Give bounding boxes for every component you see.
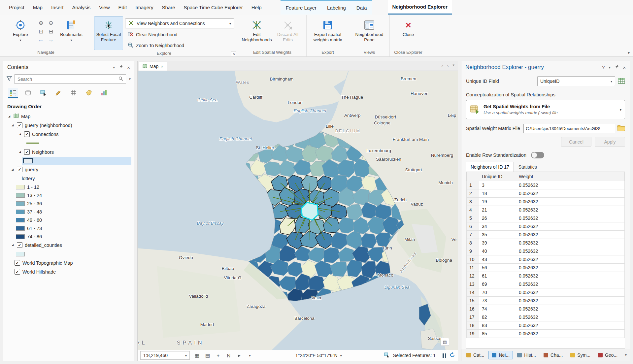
close-icon[interactable]: × <box>623 65 626 70</box>
cell-unique-id[interactable]: 74 <box>479 305 516 313</box>
row-number[interactable]: 19 <box>467 330 479 338</box>
table-row[interactable]: 19850.052632 <box>467 330 625 338</box>
row-number[interactable]: 13 <box>467 280 479 288</box>
layer-row-detailed-counties[interactable]: ◢ detailed_counties <box>3 241 134 249</box>
search-options-chevron-icon[interactable]: ▾ <box>129 77 131 81</box>
table-row[interactable]: 10430.052632 <box>467 255 625 264</box>
layer-checkbox[interactable] <box>15 260 20 266</box>
select-focal-feature-button[interactable]: Select Focal Feature <box>94 17 123 50</box>
list-by-editing-button[interactable] <box>53 88 63 98</box>
menu-tab-view[interactable]: View <box>95 0 114 15</box>
contextual-tab-feature-layer[interactable]: Feature Layer <box>281 1 322 15</box>
close-icon[interactable]: × <box>161 64 163 69</box>
cell-weight[interactable]: 0.052632 <box>516 305 555 313</box>
map-view-tab[interactable]: Map × <box>139 62 167 71</box>
cell-unique-id[interactable]: 69 <box>479 280 516 288</box>
table-row[interactable]: 18830.052632 <box>467 321 625 330</box>
dock-tab-nei[interactable]: Nei... <box>488 351 513 359</box>
search-icon[interactable] <box>118 76 123 82</box>
pointer-mode-icon[interactable]: ▸ <box>236 352 243 358</box>
cell-weight[interactable]: 0.052632 <box>516 321 555 330</box>
connections-symbol-row[interactable] <box>3 139 134 148</box>
table-row[interactable]: 8390.052632 <box>467 239 625 247</box>
row-number[interactable]: 6 <box>467 222 479 231</box>
cell-weight[interactable]: 0.052632 <box>516 222 555 231</box>
layer-row-map[interactable]: ◢ Map <box>3 112 134 121</box>
cell-unique-id[interactable]: 56 <box>479 264 516 272</box>
row-number[interactable]: 9 <box>467 247 479 255</box>
cell-weight[interactable]: 0.052632 <box>516 239 555 247</box>
layer-row-guerry[interactable]: ◢ guerry <box>3 165 134 174</box>
expander-icon[interactable]: ◢ <box>18 150 22 153</box>
unique-id-combo[interactable]: UniqueID ▾ <box>537 76 615 86</box>
dock-tab-sym[interactable]: Sym... <box>567 351 594 359</box>
legend-item[interactable]: 13 - 24 <box>3 191 134 199</box>
crosshair-icon[interactable]: + <box>215 353 221 358</box>
snapping-chevron-icon[interactable]: ▾ <box>247 353 253 358</box>
menu-tab-map[interactable]: Map <box>29 0 47 15</box>
cell-weight[interactable]: 0.052632 <box>516 288 555 297</box>
cell-weight[interactable]: 0.052632 <box>516 189 555 198</box>
chevron-down-icon[interactable]: ▾ <box>609 65 611 70</box>
layer-row-world-hillshade[interactable]: World Hillshade <box>3 267 134 276</box>
row-number[interactable]: 1 <box>467 181 479 189</box>
expander-icon[interactable]: ◢ <box>18 133 22 136</box>
layer-checkbox[interactable] <box>17 122 22 128</box>
map-overlay-button[interactable]: ▤ <box>441 338 449 346</box>
cell-unique-id[interactable]: 83 <box>479 321 516 330</box>
row-number[interactable]: 5 <box>467 214 479 222</box>
column-header-unique-id[interactable]: Unique ID <box>479 172 516 181</box>
attribute-table-icon[interactable]: ▤ <box>204 352 211 358</box>
spatial-weights-method-combo[interactable]: Get Spatial Weights from File Use a spat… <box>466 100 625 119</box>
clear-neighborhood-button[interactable]: Clear Neighborhood <box>125 30 234 39</box>
layer-checkbox[interactable] <box>24 149 30 155</box>
neighborhood-pane-button[interactable]: Neighborhood Pane <box>353 17 385 49</box>
previous-extent-frame-icon[interactable]: ⊟ <box>47 28 55 35</box>
layer-row-connections[interactable]: ◢ Connections <box>3 130 134 139</box>
help-icon[interactable]: ? <box>602 65 605 70</box>
cell-unique-id[interactable]: 3 <box>479 181 516 189</box>
list-by-labeling-button[interactable] <box>84 88 94 98</box>
edit-neighborhoods-button[interactable]: Edit Neighborhoods <box>242 17 271 49</box>
table-row[interactable]: 2180.052632 <box>467 189 625 198</box>
tab-neighborhood-explorer[interactable]: Neighborhood Explorer <box>388 0 452 15</box>
cell-weight[interactable]: 0.052632 <box>516 198 555 206</box>
table-row[interactable]: 13690.052632 <box>467 280 625 288</box>
graticule-icon[interactable]: ▦ <box>194 352 200 358</box>
row-number[interactable]: 3 <box>467 198 479 206</box>
previous-extent-icon[interactable]: ← <box>37 36 45 44</box>
row-number[interactable]: 8 <box>467 239 479 247</box>
coordinate-readout[interactable]: 1°24'20"E 50°17'6"N ▾ <box>295 353 342 358</box>
cell-unique-id[interactable]: 21 <box>479 206 516 214</box>
cell-unique-id[interactable]: 43 <box>479 255 516 264</box>
legend-item[interactable]: 37 - 48 <box>3 208 134 216</box>
layer-row-world-topographic[interactable]: World Topographic Map <box>3 258 134 267</box>
scale-combo[interactable]: 1:8,219,460 ▾ <box>140 351 190 360</box>
table-row[interactable]: 130.052632 <box>467 181 625 189</box>
layer-checkbox[interactable] <box>15 269 20 275</box>
list-by-selection-button[interactable] <box>38 88 48 98</box>
cell-weight[interactable]: 0.052632 <box>516 247 555 255</box>
cell-unique-id[interactable]: 26 <box>479 214 516 222</box>
cell-unique-id[interactable]: 18 <box>479 189 516 198</box>
row-number[interactable]: 4 <box>467 206 479 214</box>
cell-unique-id[interactable]: 82 <box>479 313 516 321</box>
pause-drawing-icon[interactable] <box>443 353 446 358</box>
close-icon[interactable]: × <box>127 65 130 70</box>
table-row[interactable]: 3190.052632 <box>467 198 625 206</box>
list-by-charts-button[interactable] <box>99 88 109 98</box>
export-weights-button[interactable]: Export spatial weights matrix <box>311 17 345 49</box>
row-number[interactable]: 15 <box>467 297 479 305</box>
list-by-drawing-order-button[interactable] <box>8 88 18 98</box>
table-row[interactable]: 7350.052632 <box>467 231 625 239</box>
cell-unique-id[interactable]: 70 <box>479 288 516 297</box>
cell-weight[interactable]: 0.052632 <box>516 255 555 264</box>
close-explorer-button[interactable]: × Close <box>394 17 423 49</box>
row-number[interactable]: 2 <box>467 189 479 198</box>
scroll-tabs-right-icon[interactable]: › <box>447 63 449 69</box>
layer-checkbox[interactable] <box>17 242 22 248</box>
row-standardization-toggle[interactable] <box>531 152 544 158</box>
view-neighbors-combo[interactable]: View Neighbors and Connections ▾ <box>125 18 234 28</box>
cell-unique-id[interactable]: 19 <box>479 198 516 206</box>
list-by-snapping-button[interactable] <box>69 88 79 98</box>
